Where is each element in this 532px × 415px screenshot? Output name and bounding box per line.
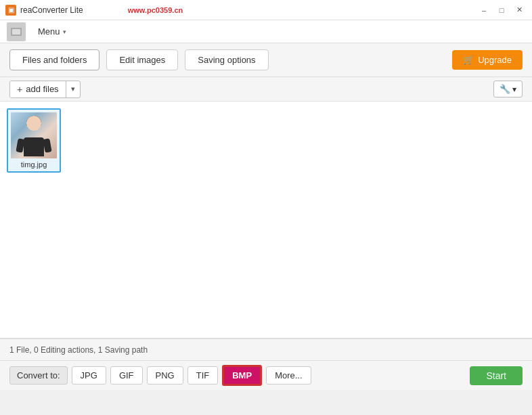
window-controls: – □ ✕ xyxy=(476,3,527,17)
person-head xyxy=(26,116,41,131)
person-body xyxy=(24,137,44,156)
watermark-text: www.pc0359.cn xyxy=(128,6,183,14)
menu-bar: Menu ▾ xyxy=(0,20,532,43)
format-gif-button[interactable]: GIF xyxy=(110,366,143,385)
title-bar: ▣ reaConverter Lite www.pc0359.cn – □ ✕ xyxy=(0,0,532,20)
file-thumbnail[interactable]: timg.jpg xyxy=(7,108,61,173)
plus-icon: + xyxy=(17,84,22,95)
format-tif-button[interactable]: TIF xyxy=(187,366,219,385)
close-button[interactable]: ✕ xyxy=(512,3,527,17)
toolbar-right: 🔧 ▾ xyxy=(493,81,523,97)
toolbar: + add files ▾ 🔧 ▾ xyxy=(0,77,532,102)
settings-arrow-icon: ▾ xyxy=(512,85,516,94)
person-arm-right xyxy=(43,138,51,152)
status-text: 1 File, 0 Editing actions, 1 Saving path xyxy=(9,345,148,355)
more-formats-button[interactable]: More... xyxy=(266,366,311,385)
add-files-label: add files xyxy=(26,84,58,94)
minimize-button[interactable]: – xyxy=(476,3,491,17)
person-silhouette xyxy=(14,114,54,156)
tab-saving-options[interactable]: Saving options xyxy=(185,49,268,70)
menu-label: Menu xyxy=(38,26,60,37)
title-bar-left: ▣ reaConverter Lite www.pc0359.cn xyxy=(5,5,183,16)
app-title: reaConverter Lite xyxy=(20,5,83,15)
conversion-bar: Convert to: JPG GIF PNG TIF BMP More... … xyxy=(0,360,532,390)
add-files-button[interactable]: + add files ▾ xyxy=(9,81,81,98)
tab-files-and-folders[interactable]: Files and folders xyxy=(9,49,99,70)
add-files-main[interactable]: + add files xyxy=(10,81,66,97)
convert-to-label: Convert to: xyxy=(9,366,68,385)
tab-bar: Files and folders Edit images Saving opt… xyxy=(0,43,532,77)
status-bar: 1 File, 0 Editing actions, 1 Saving path xyxy=(0,338,532,360)
menu-arrow-icon: ▾ xyxy=(63,28,66,35)
wrench-icon: 🔧 xyxy=(500,84,510,94)
menu-button[interactable]: Menu ▾ xyxy=(31,24,73,39)
svg-rect-1 xyxy=(12,29,20,35)
file-name: timg.jpg xyxy=(11,160,57,169)
file-thumb-image xyxy=(11,112,57,158)
add-files-arrow-icon[interactable]: ▾ xyxy=(66,82,80,96)
main-content: timg.jpg xyxy=(0,102,532,338)
toolbar-left: + add files ▾ xyxy=(9,81,81,98)
app-logo xyxy=(7,22,26,41)
cart-icon: 🛒 xyxy=(463,55,474,65)
format-png-button[interactable]: PNG xyxy=(147,366,183,385)
format-jpg-button[interactable]: JPG xyxy=(72,366,106,385)
maximize-button[interactable]: □ xyxy=(494,3,509,17)
upgrade-button[interactable]: 🛒 Upgrade xyxy=(452,50,523,70)
settings-button[interactable]: 🔧 ▾ xyxy=(493,81,523,97)
format-bmp-button[interactable]: BMP xyxy=(222,365,262,386)
upgrade-label: Upgrade xyxy=(478,55,512,65)
start-button[interactable]: Start xyxy=(470,366,523,385)
app-icon: ▣ xyxy=(5,5,16,16)
tab-edit-images[interactable]: Edit images xyxy=(106,49,178,70)
